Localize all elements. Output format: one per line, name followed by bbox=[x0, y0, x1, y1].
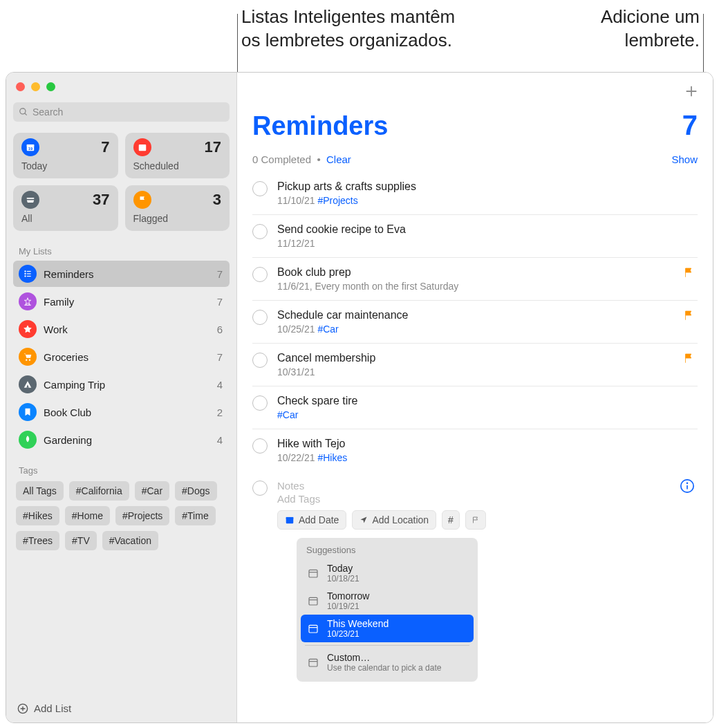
sidebar-list-gardening[interactable]: Gardening 4 bbox=[13, 427, 230, 453]
reminder-subtitle: 11/10/21 #Projects bbox=[277, 195, 698, 206]
suggestion-today[interactable]: Today 10/18/21 bbox=[301, 559, 474, 587]
smart-list-all[interactable]: 37 All bbox=[13, 185, 118, 231]
new-reminder-row[interactable]: Notes Add Tags Add Date Add Location # bbox=[252, 472, 698, 690]
tag-dogs[interactable]: #Dogs bbox=[175, 481, 216, 501]
reminder-title: Schedule car maintenance bbox=[277, 309, 698, 321]
sidebar-list-camping-trip[interactable]: Camping Trip 4 bbox=[13, 371, 230, 398]
all-icon bbox=[21, 191, 39, 209]
info-button[interactable] bbox=[680, 478, 695, 496]
calendar-icon bbox=[306, 622, 320, 635]
reminder-item[interactable]: Cancel membership 10/31/21 bbox=[252, 344, 698, 386]
reminder-item[interactable]: Schedule car maintenance 10/25/21 #Car bbox=[252, 301, 698, 344]
smart-list-today[interactable]: 19 7 Today bbox=[13, 133, 118, 178]
list-count: 7 bbox=[217, 296, 223, 308]
add-reminder-button[interactable] bbox=[684, 84, 699, 101]
calendar-icon bbox=[306, 655, 320, 669]
reminder-checkbox[interactable] bbox=[252, 480, 268, 496]
list-icon bbox=[19, 431, 37, 449]
reminder-item[interactable]: Hike with Tejo 10/22/21 #Hikes bbox=[252, 429, 698, 472]
reminder-checkbox[interactable] bbox=[252, 353, 268, 368]
flag-outline-icon bbox=[471, 516, 480, 524]
reminder-title: Send cookie recipe to Eva bbox=[277, 223, 698, 236]
list-name: Work bbox=[44, 324, 210, 335]
add-list-label: Add List bbox=[34, 702, 71, 714]
flagged-icon bbox=[133, 191, 151, 209]
list-count: 4 bbox=[217, 434, 223, 446]
minimize-window-button[interactable] bbox=[31, 82, 40, 91]
reminder-item[interactable]: Check spare tire #Car bbox=[252, 386, 698, 429]
add-tags-placeholder[interactable]: Add Tags bbox=[277, 493, 698, 505]
sidebar-list-reminders[interactable]: Reminders 7 bbox=[13, 261, 230, 287]
tag-time[interactable]: #Time bbox=[175, 506, 215, 525]
list-count: 7 bbox=[217, 268, 223, 280]
app-window: 19 7 Today 17 Scheduled 37 All 3 Flagged… bbox=[6, 72, 713, 723]
reminder-tag[interactable]: #Hikes bbox=[317, 452, 347, 463]
add-list-button[interactable]: Add List bbox=[13, 697, 230, 717]
reminder-checkbox[interactable] bbox=[252, 395, 268, 411]
reminder-checkbox[interactable] bbox=[252, 438, 268, 454]
reminder-item[interactable]: Book club prep 11/6/21, Every month on t… bbox=[252, 258, 698, 301]
suggestion-subtitle: 10/19/21 bbox=[327, 601, 369, 611]
callout-add-reminder: Adicione um lembrete. bbox=[601, 6, 700, 53]
reminder-subtitle: 10/25/21 #Car bbox=[277, 324, 698, 335]
reminder-title: Book club prep bbox=[277, 266, 698, 279]
list-icon bbox=[19, 403, 37, 421]
reminder-tag[interactable]: #Car bbox=[277, 409, 298, 420]
tag-tv[interactable]: #TV bbox=[65, 531, 97, 550]
add-tag-chip[interactable]: # bbox=[442, 510, 460, 530]
tag-hikes[interactable]: #Hikes bbox=[16, 506, 59, 525]
fullscreen-window-button[interactable] bbox=[46, 82, 55, 91]
svg-point-13 bbox=[29, 360, 30, 361]
reminder-item[interactable]: Pickup arts & crafts supplies 11/10/21 #… bbox=[252, 172, 698, 215]
show-completed-link[interactable]: Show bbox=[671, 153, 698, 165]
reminder-item[interactable]: Send cookie recipe to Eva 11/12/21 bbox=[252, 215, 698, 258]
list-count: 7 bbox=[217, 351, 223, 363]
reminder-checkbox[interactable] bbox=[252, 224, 268, 239]
svg-rect-27 bbox=[309, 659, 317, 666]
sidebar-list-book-club[interactable]: Book Club 2 bbox=[13, 399, 230, 425]
reminder-checkbox[interactable] bbox=[252, 181, 268, 196]
tag-all-tags[interactable]: All Tags bbox=[16, 481, 64, 501]
add-date-chip[interactable]: Add Date bbox=[277, 510, 346, 530]
window-controls bbox=[13, 78, 230, 102]
list-title: Reminders bbox=[252, 111, 388, 141]
tag-california[interactable]: #California bbox=[69, 481, 129, 501]
list-name: Reminders bbox=[44, 268, 210, 280]
svg-rect-23 bbox=[309, 597, 317, 605]
reminder-checkbox[interactable] bbox=[252, 310, 268, 325]
reminder-tag[interactable]: #Projects bbox=[317, 195, 357, 206]
calendar-icon bbox=[285, 515, 295, 525]
list-name: Camping Trip bbox=[44, 379, 210, 391]
suggestion-custom-[interactable]: Custom… Use the calendar to pick a date bbox=[301, 648, 474, 676]
smart-list-scheduled[interactable]: 17 Scheduled bbox=[125, 133, 230, 178]
location-icon bbox=[360, 516, 368, 524]
smart-label: Today bbox=[21, 160, 110, 171]
add-flag-chip[interactable] bbox=[465, 510, 486, 530]
sidebar-list-family[interactable]: Family 7 bbox=[13, 288, 230, 315]
plus-icon bbox=[684, 84, 699, 99]
tag-home[interactable]: #Home bbox=[65, 506, 110, 525]
reminder-tag[interactable]: #Car bbox=[317, 324, 338, 335]
reminder-checkbox[interactable] bbox=[252, 267, 268, 282]
tag-trees[interactable]: #Trees bbox=[16, 531, 59, 550]
sidebar-list-groceries[interactable]: Groceries 7 bbox=[13, 344, 230, 370]
clear-completed-link[interactable]: Clear bbox=[326, 153, 351, 165]
sidebar-list-work[interactable]: Work 6 bbox=[13, 316, 230, 342]
add-location-label: Add Location bbox=[372, 514, 429, 525]
tag-vacation[interactable]: #Vacation bbox=[102, 531, 158, 550]
list-count: 2 bbox=[217, 407, 223, 418]
notes-placeholder[interactable]: Notes bbox=[277, 480, 698, 492]
reminder-title: Cancel membership bbox=[277, 352, 698, 364]
suggestion-this-weekend[interactable]: This Weekend 10/23/21 bbox=[301, 615, 474, 642]
smart-list-flagged[interactable]: 3 Flagged bbox=[125, 185, 230, 231]
suggestion-tomorrow[interactable]: Tomorrow 10/19/21 bbox=[301, 587, 474, 615]
tag-projects[interactable]: #Projects bbox=[115, 506, 169, 525]
scheduled-icon bbox=[133, 138, 151, 156]
add-location-chip[interactable]: Add Location bbox=[352, 510, 436, 530]
tag-car[interactable]: #Car bbox=[135, 481, 169, 501]
callout-line bbox=[703, 14, 704, 80]
close-window-button[interactable] bbox=[16, 82, 25, 91]
search-input[interactable] bbox=[13, 102, 230, 122]
list-icon bbox=[19, 375, 37, 393]
suggestion-subtitle: Use the calendar to pick a date bbox=[327, 663, 441, 673]
